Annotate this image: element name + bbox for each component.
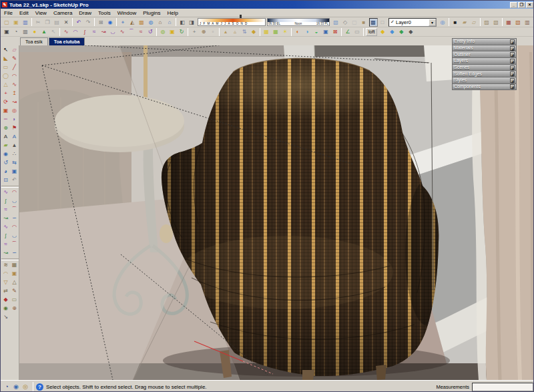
panel-collapse-icon[interactable]: ◪ <box>510 46 515 51</box>
camera-tool-icon[interactable]: ▣ <box>3 27 11 36</box>
plugin-tool-2-icon[interactable]: ▧ <box>514 18 523 27</box>
shadow-date-slider[interactable]: JFMAMJJASOND <box>198 18 266 26</box>
polygon-tool-icon[interactable]: △ <box>1 81 10 89</box>
viewport[interactable] <box>19 45 534 380</box>
photo-textures-icon[interactable]: ▩ <box>138 18 146 27</box>
weld-tool-icon[interactable]: + <box>190 27 199 36</box>
get-models-icon[interactable]: ⌂ <box>156 18 165 27</box>
plugin-pencil-tool-icon[interactable]: ✎ <box>10 287 19 296</box>
menu-file[interactable]: File <box>1 9 16 17</box>
curve-tool-5-icon[interactable]: ↝ <box>99 27 108 36</box>
bezier-tool-7-icon[interactable]: ↝ <box>1 214 10 223</box>
bezier-tool-15-icon[interactable]: ↝ <box>1 249 10 258</box>
curve-tool-3-icon[interactable]: ʃ <box>81 27 89 36</box>
plugin-axis-tool-icon[interactable]: ⊕ <box>10 305 19 313</box>
scale-tool-icon[interactable]: ▣ <box>1 107 10 116</box>
panel-layers[interactable]: Layers◪ <box>452 57 517 64</box>
follow-me-tool-icon[interactable]: ↝ <box>10 98 19 107</box>
plugin-arrow-tool-icon[interactable]: ↘ <box>1 313 10 322</box>
restore-button[interactable]: ❐ <box>518 2 525 8</box>
curve-tool-4-icon[interactable]: ≈ <box>90 27 99 36</box>
layer-combo[interactable]: ✓ Layer0 ▾ <box>388 18 437 27</box>
panel-entity-info[interactable]: Entity Info◪ <box>452 38 517 45</box>
grid-tool-yellow-icon[interactable]: ▦ <box>262 27 271 36</box>
wireframe-icon[interactable]: ◇ <box>341 18 350 27</box>
open-icon[interactable]: ▣ <box>12 18 21 27</box>
monochrome-icon[interactable]: □ <box>378 18 387 27</box>
bezier-tool-4-icon[interactable]: ◡ <box>10 197 19 206</box>
curve-tool-10-icon[interactable]: ↺ <box>146 27 155 36</box>
eraser-tool-icon[interactable]: ▱ <box>10 46 19 55</box>
pan-camera-tool-icon[interactable]: ◔ <box>12 27 21 36</box>
line-tool-icon[interactable]: ╱ <box>10 63 19 72</box>
protractor-tool-icon[interactable]: ◗ <box>10 116 19 124</box>
render-tool-4-icon[interactable]: ▣ <box>322 27 330 36</box>
look-around-tool-icon[interactable]: ◉ <box>1 150 10 159</box>
flip-edge-tool-icon[interactable]: ⇄ <box>1 287 10 296</box>
scene-tab-toa-esik[interactable]: Toa esik <box>20 37 48 45</box>
diamond-tool-2-icon[interactable]: ◆ <box>388 27 396 36</box>
curve-tool-9-icon[interactable]: ≈ <box>137 27 146 36</box>
curve-tool-8-icon[interactable]: ⌒ <box>127 27 136 36</box>
diamond-tool-4-icon[interactable]: ◆ <box>407 27 415 36</box>
circle-tool-icon[interactable]: ◯ <box>1 72 10 81</box>
plugin-eye-tool-icon[interactable]: ◉ <box>1 305 10 313</box>
panel-outliner[interactable]: Outliner◪ <box>452 51 517 57</box>
layer-combo-arrow-icon[interactable]: ▾ <box>429 19 436 26</box>
diamond-tool-1-icon[interactable]: ◆ <box>378 27 387 36</box>
claim-icon[interactable]: ◎ <box>21 383 29 391</box>
loft-button[interactable]: loft <box>366 28 377 36</box>
style-brush-tool-icon[interactable]: ✎ <box>10 55 19 63</box>
bezier-tool-5-icon[interactable]: ≈ <box>1 206 10 214</box>
text-tool-icon[interactable]: A <box>1 133 10 142</box>
bezier-tool-8-icon[interactable]: ∽ <box>10 214 19 223</box>
drape-tool-icon[interactable]: ▽ <box>1 278 10 287</box>
axes-tool-icon[interactable]: ⊕ <box>1 124 10 133</box>
tape-measure-tool-icon[interactable]: ┅ <box>1 116 10 124</box>
joint-push-pull-icon[interactable]: ⊕ <box>200 27 208 36</box>
scene-tab-toa-elutuba[interactable]: Toa elutuba <box>49 37 85 45</box>
new-icon[interactable]: ▢ <box>3 18 11 27</box>
paint-bucket-tool-icon[interactable]: ◣ <box>1 55 10 63</box>
plugin-diamond-tool-icon[interactable]: ◆ <box>1 296 10 305</box>
small-tool-icon[interactable]: ▫ <box>209 27 218 36</box>
panel-collapse-icon[interactable]: ◪ <box>510 65 515 70</box>
pan-tool-icon[interactable]: ⇆ <box>10 159 19 168</box>
bezier-tool-3-icon[interactable]: ʃ <box>1 197 10 206</box>
bezier-tool-10-icon[interactable]: ◠ <box>10 223 19 232</box>
bezier-tool-11-icon[interactable]: ʃ <box>1 232 10 240</box>
credits-icon[interactable]: ◉ <box>12 383 20 391</box>
viewport-canvas[interactable] <box>19 45 534 380</box>
toggle-shadows-icon[interactable]: ◧ <box>178 18 187 27</box>
panel-collapse-icon[interactable]: ◪ <box>510 78 515 83</box>
match-photo-icon[interactable]: ▩ <box>21 27 30 36</box>
rotate-tool-icon[interactable]: ⟳ <box>1 98 10 107</box>
shadow-time-slider[interactable]: 06:30 EL Noon 16:33 PL <box>267 18 330 26</box>
arc-tool-icon[interactable]: ◠ <box>10 72 19 81</box>
copy-icon[interactable]: ❐ <box>43 18 52 27</box>
manage-layers-icon[interactable]: ◎ <box>439 18 447 27</box>
panel-collapse-icon[interactable]: ◪ <box>510 84 515 89</box>
menu-edit[interactable]: Edit <box>16 9 32 17</box>
panel-scenes[interactable]: Scenes◪ <box>452 64 517 71</box>
section-plane-tool-icon[interactable]: ▰ <box>1 142 10 150</box>
render-tool-3-icon[interactable]: ◒ <box>312 27 321 36</box>
paste-icon[interactable]: ▤ <box>53 18 61 27</box>
freehand-tool-icon[interactable]: ∿ <box>10 81 19 89</box>
bezier-tool-2-icon[interactable]: ◠ <box>10 188 19 197</box>
plugin-rect-tool-icon[interactable]: ▭ <box>10 296 19 305</box>
get-current-view-icon[interactable]: ⌖ <box>119 18 127 27</box>
push-pull-tool-icon[interactable]: ↥ <box>10 89 19 98</box>
rectangle-tool-icon[interactable]: ▭ <box>1 63 10 72</box>
geolocation-icon[interactable]: ◔ <box>3 383 11 391</box>
measurements-input[interactable] <box>472 383 533 391</box>
undo-icon[interactable]: ↶ <box>75 18 83 27</box>
zoom-tool-icon[interactable]: ◕ <box>1 168 10 176</box>
stamp-tool-icon[interactable]: ▣ <box>10 270 19 278</box>
cut-icon[interactable]: ✂ <box>34 18 43 27</box>
hide-rest-of-model-icon[interactable]: ▰ <box>461 18 469 27</box>
shadow-date-gradient[interactable] <box>198 19 265 22</box>
sandbox-from-scratch-tool-icon[interactable]: ▦ <box>10 261 19 270</box>
position-camera-tool-icon[interactable]: ▲ <box>10 142 19 150</box>
shaded-icon[interactable]: ■ <box>360 18 368 27</box>
